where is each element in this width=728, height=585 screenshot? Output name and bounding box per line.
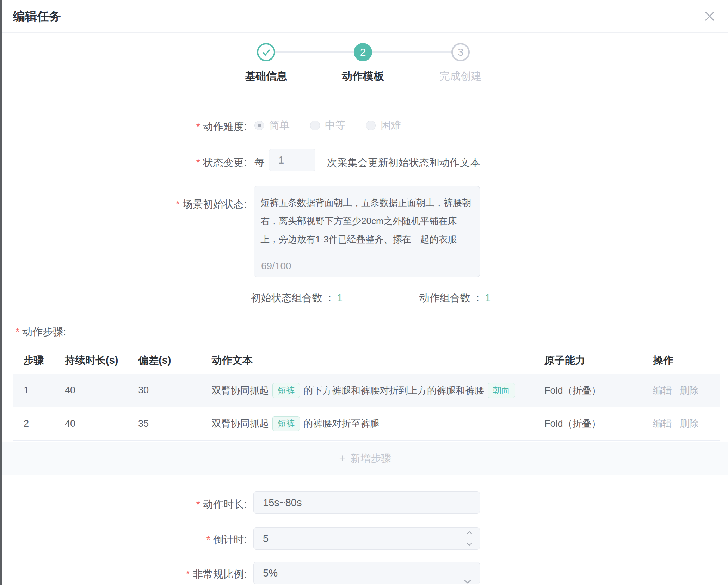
required-marker: * [186,568,190,580]
required-marker: * [196,499,200,510]
unusual-ratio-label: *非常规比例: [120,567,247,581]
edit-link[interactable]: 编辑 [653,417,672,430]
delete-link[interactable]: 删除 [680,417,699,430]
delete-link[interactable]: 删除 [680,384,699,397]
step-connector-2 [372,51,451,53]
cell-deviation: 35 [138,418,212,429]
state-change-input[interactable]: 1 [269,149,315,171]
unusual-ratio-value: 5% [263,567,278,579]
table-row: 2 40 35 双臂协同抓起 短裤 的裤腰对折至裤腿 Fold（折叠） 编辑 删… [13,407,720,441]
check-icon [258,44,274,60]
initial-state-textarea[interactable]: 短裤五条数据背面朝上，五条数据正面朝上，裤腰朝右，离头部视野下方至少20cm之外… [254,186,480,277]
initial-state-label: *场景初始状态: [120,197,247,211]
required-marker: * [176,198,180,210]
required-marker: * [16,326,19,337]
step-2-circle: 2 [354,43,372,61]
radio-option-medium[interactable]: 中等 [310,118,345,133]
close-icon [703,9,717,23]
step-3-label: 完成创建 [418,69,503,84]
state-change-label: *状态变更: [134,156,247,170]
cell-deviation: 30 [138,385,212,396]
table-row: 1 40 30 双臂协同抓起 短裤 的下方裤腿和裤腰对折到上方的裤腿和裤腰 朝向… [13,374,720,407]
increment-button[interactable] [459,528,480,538]
backdrop-edge [0,0,2,585]
header-atomic-ability: 原子能力 [544,353,653,368]
step-3-circle: 3 [451,43,470,61]
cell-duration: 40 [65,418,138,429]
radio-option-easy[interactable]: 简单 [254,118,290,133]
char-counter: 69/100 [261,260,291,272]
dialog-title: 编辑任务 [13,8,61,25]
state-change-prefix: 每 [254,156,265,170]
countdown-input[interactable]: 5 [253,527,480,550]
cell-atomic-ability: Fold（折叠） [544,384,653,397]
radio-option-hard[interactable]: 困难 [366,118,401,133]
select-chevron-down-icon [463,569,472,585]
countdown-label: *倒计时: [134,533,247,547]
radio-label-medium: 中等 [325,118,345,133]
orientation-tag: 朝向 [488,383,515,398]
action-combo-count: 动作组合数：1 [419,291,491,305]
cell-operations: 编辑 删除 [653,417,720,430]
cell-action-text: 双臂协同抓起 短裤 的裤腰对折至裤腿 [212,416,544,431]
step-2-label: 动作模板 [321,69,405,84]
cell-duration: 40 [65,385,138,396]
plus-icon: + [339,452,345,465]
header-duration: 持续时长(s) [65,353,138,368]
step-2-number: 2 [360,46,366,58]
required-marker: * [206,534,210,545]
edit-link[interactable]: 编辑 [653,384,672,397]
cell-step: 2 [24,418,65,429]
edit-task-dialog: 编辑任务 2 3 基础信息 动作模板 完成创建 *动作难度: [0,0,728,585]
chevron-up-icon [466,531,473,535]
action-duration-input[interactable]: 15s~80s [253,491,480,514]
action-steps-table: 步骤 持续时长(s) 偏差(s) 动作文本 原子能力 操作 1 40 30 双臂… [13,347,720,441]
required-marker: * [196,157,200,168]
cell-atomic-ability: Fold（折叠） [544,417,653,430]
step-connector-1 [275,51,354,53]
dialog-header: 编辑任务 [2,0,728,33]
step-1-label: 基础信息 [224,69,308,84]
initial-combo-value: 1 [337,292,343,303]
radio-label-easy: 简单 [269,118,290,133]
object-tag: 短裤 [272,383,300,398]
add-step-button[interactable]: + 新增步骤 [2,442,728,475]
decrement-button[interactable] [459,538,480,549]
countdown-value: 5 [263,533,269,544]
difficulty-label: *动作难度: [134,120,247,134]
cell-action-text: 双臂协同抓起 短裤 的下方裤腿和裤腰对折到上方的裤腿和裤腰 朝向 [212,383,544,398]
cell-operations: 编辑 删除 [653,384,720,397]
add-step-label: 新增步骤 [351,451,391,466]
initial-combo-count: 初始状态组合数：1 [251,291,343,305]
step-3-number: 3 [458,46,464,58]
radio-dot-medium [310,121,320,130]
action-steps-label: *动作步骤: [16,325,66,339]
number-stepper [459,528,480,549]
object-tag: 短裤 [272,416,300,431]
chevron-down-icon [466,542,473,546]
table-header-row: 步骤 持续时长(s) 偏差(s) 动作文本 原子能力 操作 [13,347,720,374]
action-combo-value: 1 [485,292,491,303]
header-action-text: 动作文本 [212,353,544,368]
action-duration-label: *动作时长: [134,498,247,512]
radio-dot-easy [254,121,264,130]
state-change-suffix: 次采集会更新初始状态和动作文本 [327,156,480,170]
initial-state-value: 短裤五条数据背面朝上，五条数据正面朝上，裤腰朝右，离头部视野下方至少20cm之外… [260,193,474,248]
header-operations: 操作 [653,353,720,368]
step-1-circle [257,43,275,61]
radio-dot-hard [366,121,376,130]
close-button[interactable] [701,7,719,25]
header-deviation: 偏差(s) [138,353,212,368]
cell-step: 1 [24,385,65,396]
radio-label-hard: 困难 [381,118,401,133]
unusual-ratio-select[interactable]: 5% [253,562,480,584]
header-step: 步骤 [24,353,65,368]
required-marker: * [196,121,200,132]
difficulty-radio-group: 简单 中等 困难 [254,119,421,132]
